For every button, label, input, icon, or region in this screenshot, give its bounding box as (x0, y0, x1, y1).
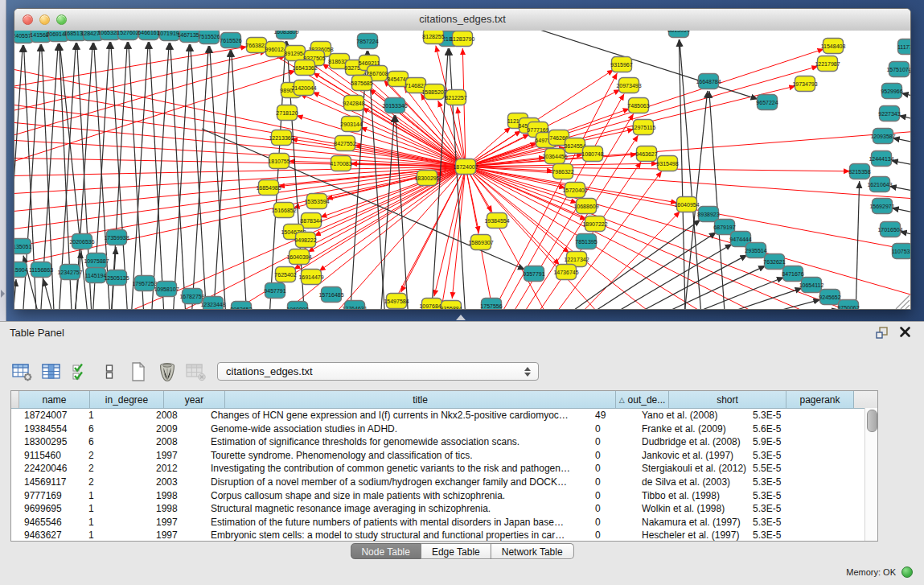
table-cell[interactable]: 9463627 (18, 529, 82, 542)
table-cell[interactable]: Changes of HCN gene expression and I(f) … (204, 409, 589, 422)
table-row[interactable]: 1456911722003Disruption of a novel membe… (11, 476, 877, 489)
table-cell[interactable]: 9465546 (18, 516, 82, 529)
graph-node[interactable] (839, 300, 859, 310)
table-cell[interactable]: Corpus callosum shape and size in male p… (204, 489, 589, 503)
graph-edge[interactable] (171, 44, 189, 309)
graph-edge[interactable] (191, 44, 208, 309)
graph-node[interactable] (87, 253, 107, 269)
graph-edge[interactable] (630, 288, 803, 309)
graph-node[interactable] (425, 84, 445, 100)
table-cell[interactable]: 1997 (150, 516, 204, 529)
graph-edge[interactable] (150, 43, 169, 309)
table-cell[interactable]: 6 (82, 435, 150, 449)
graph-edge[interactable] (14, 279, 16, 309)
table-cell[interactable]: de Silva et al. (2003) (635, 476, 746, 489)
table-row[interactable]: 946362711997Embryonic stem cells: a mode… (11, 529, 877, 542)
graph-node[interactable] (269, 154, 290, 169)
graph-node[interactable] (545, 149, 565, 164)
table-cell[interactable]: Disruption of a novel member of a sodium… (204, 476, 589, 489)
table-cell[interactable]: 5.3E-5 (746, 476, 807, 489)
graph-node[interactable] (307, 194, 327, 209)
graph-edge[interactable] (14, 56, 285, 153)
graph-node[interactable] (765, 254, 785, 270)
table-cell[interactable]: 0 (589, 422, 635, 436)
graph-edge[interactable] (892, 208, 910, 220)
table-cell[interactable]: 5.3E-5 (746, 449, 807, 463)
column-header-year[interactable]: year (164, 391, 225, 408)
table-cell[interactable]: Franke et al. (2009) (635, 422, 746, 436)
graph-node[interactable] (277, 31, 297, 39)
memory-status-indicator[interactable] (901, 566, 913, 578)
graph-node[interactable] (203, 297, 224, 310)
graph-node[interactable] (583, 146, 603, 162)
table-cell[interactable]: 2 (82, 462, 150, 476)
tab-network-table[interactable]: Network Table (491, 543, 574, 559)
graph-node[interactable] (199, 31, 220, 44)
graph-node[interactable] (277, 105, 298, 121)
graph-edge[interactable] (893, 138, 910, 150)
graph-node[interactable] (585, 216, 606, 232)
graph-node[interactable] (331, 156, 351, 171)
graph-edge[interactable] (170, 43, 187, 309)
row-height-icon[interactable] (98, 361, 120, 383)
column-header-title[interactable]: title (225, 391, 616, 408)
graph-node[interactable] (290, 249, 310, 265)
table-cell[interactable]: 19384554 (18, 422, 82, 436)
table-cell[interactable]: Jankovic et al. (1997) (635, 449, 746, 463)
graph-node[interactable] (160, 31, 180, 41)
table-cell[interactable]: 1 (82, 516, 150, 529)
graph-edge[interactable] (855, 181, 860, 309)
graph-edge[interactable] (503, 135, 639, 309)
table-cell[interactable]: 0 (589, 449, 635, 463)
column-header-pagerank[interactable]: pagerank (786, 391, 854, 408)
graph-node[interactable] (758, 95, 778, 110)
graph-node[interactable] (221, 33, 241, 48)
table-cell[interactable]: 5.3E-5 (746, 409, 807, 422)
graph-node[interactable] (14, 262, 27, 278)
graph-node[interactable] (344, 96, 364, 111)
table-cell[interactable]: 14569117 (18, 476, 82, 489)
graph-node[interactable] (612, 57, 632, 72)
graph-node[interactable] (850, 164, 870, 179)
graph-node[interactable] (746, 243, 766, 258)
table-cell[interactable]: 2 (82, 476, 150, 489)
table-cell[interactable]: 22420046 (18, 462, 82, 476)
graph-node[interactable] (893, 244, 911, 259)
graph-node[interactable] (14, 239, 31, 254)
column-header-out-de-[interactable]: △out_de... (616, 391, 669, 408)
graph-edge[interactable] (210, 46, 228, 309)
table-cell[interactable]: 9699695 (18, 502, 82, 516)
table-cell[interactable]: 0 (589, 476, 635, 489)
table-cell[interactable]: 5.5E-5 (746, 462, 807, 476)
graph-edge[interactable] (129, 42, 148, 309)
table-cell[interactable]: 5.6E-5 (746, 422, 807, 436)
graph-node[interactable] (783, 266, 803, 282)
graph-node[interactable] (342, 117, 362, 132)
graph-node[interactable] (565, 138, 585, 154)
table-cell[interactable]: 5.3E-5 (746, 489, 807, 503)
graph-node[interactable] (482, 299, 502, 310)
graph-node[interactable] (699, 74, 719, 89)
graph-node[interactable] (135, 276, 155, 291)
new-column-icon[interactable] (127, 361, 149, 383)
table-cell[interactable]: 6 (82, 422, 150, 436)
table-cell[interactable]: Wolkin et al. (1998) (635, 502, 746, 516)
graph-node[interactable] (889, 62, 910, 77)
graph-node[interactable] (107, 230, 127, 245)
table-row[interactable]: 2242004622012Investigating the contribut… (11, 462, 877, 476)
show-columns-icon[interactable] (40, 361, 62, 383)
graph-node[interactable] (577, 199, 597, 214)
graph-node[interactable] (553, 164, 573, 179)
graph-node[interactable] (388, 72, 409, 87)
graph-edge[interactable] (211, 50, 230, 309)
table-cell[interactable]: Estimation of significance thresholds fo… (204, 435, 589, 449)
table-row[interactable]: 1938455462009Genome-wide association stu… (11, 422, 877, 436)
graph-node[interactable] (302, 213, 322, 229)
graph-edge[interactable] (900, 232, 910, 244)
window-titlebar[interactable]: citations_edges.txt (14, 9, 910, 31)
graph-node[interactable] (802, 278, 822, 293)
graph-node[interactable] (417, 171, 437, 186)
collapse-left-arrow-icon[interactable] (1, 290, 5, 298)
graph-node[interactable] (453, 31, 473, 47)
graph-node[interactable] (669, 31, 689, 38)
